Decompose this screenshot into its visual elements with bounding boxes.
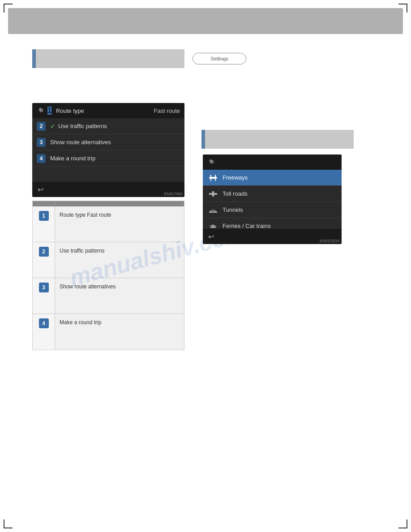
corner-mark-br	[398, 519, 407, 528]
menu-item-3-badge: 3	[37, 138, 46, 147]
row-4-badge: 4	[39, 318, 49, 328]
ferries-label: Ferries / Car trains	[223, 223, 271, 229]
pill-badge: Settings	[193, 53, 246, 64]
tunnels-label: Tunnels	[223, 206, 243, 213]
nav-screen-code: EN8176DI	[164, 192, 183, 196]
section-header-blue-bar-left	[32, 49, 36, 68]
top-banner	[8, 8, 403, 34]
table-row: 1 Route type Fast route	[33, 206, 184, 242]
svg-rect-2	[215, 175, 216, 181]
menu-item-1-badge: 1	[47, 107, 51, 115]
corner-mark-bl	[4, 519, 13, 528]
section-header-right	[201, 130, 354, 149]
road-icon-freeways	[208, 173, 218, 183]
nav-screen-header: 1 Route type Fast route	[32, 103, 184, 118]
back-arrow-icon-2: ↩	[208, 232, 214, 241]
svg-rect-7	[210, 227, 216, 228]
toll-roads-label: Toll roads	[223, 190, 248, 197]
menu-item-2-label: Use traffic patterns	[58, 123, 107, 129]
row-1-badge: 1	[39, 211, 49, 221]
check-icon: ✓	[50, 123, 56, 130]
section-header-blue-bar-right	[201, 130, 205, 149]
road-icon-toll	[208, 189, 218, 199]
table-row-4-num: 4	[33, 314, 55, 350]
svg-rect-4	[212, 191, 214, 197]
table-header-col1	[33, 201, 55, 206]
nav-menu-item-2[interactable]: 2 ✓ Use traffic patterns	[32, 118, 184, 134]
nav-screen-left: 1 Route type Fast route 2 ✓ Use traffic …	[32, 103, 184, 197]
table-row-2-desc: Use traffic patterns	[55, 242, 184, 278]
table-row-4-desc: Make a round trip	[55, 314, 184, 350]
svg-rect-0	[209, 177, 217, 179]
table-row-1-desc: Route type Fast route	[55, 206, 184, 242]
road-menu-item-tunnels[interactable]: Tunnels	[203, 202, 342, 218]
menu-item-1-value: Fast route	[154, 107, 180, 114]
section-header-left	[32, 49, 184, 68]
menu-item-4-label: Make a round trip	[50, 155, 95, 162]
table-row: 4 Make a round trip	[33, 314, 184, 350]
svg-rect-1	[210, 175, 211, 181]
table-row-3-num: 3	[33, 278, 55, 313]
svg-rect-6	[209, 211, 217, 213]
road-menu-item-toll-roads[interactable]: Toll roads	[203, 186, 342, 202]
pill-badge-label: Settings	[210, 56, 228, 61]
menu-item-2-badge: 2	[37, 122, 46, 131]
menu-item-4-badge: 4	[37, 154, 46, 163]
row-3-badge: 3	[39, 283, 49, 292]
row-2-badge: 2	[39, 247, 49, 257]
menu-item-3-label: Show route alternatives	[50, 139, 111, 146]
gear-icon-2	[207, 158, 215, 166]
nav-screen-2-header	[203, 154, 342, 170]
table-row-2-num: 2	[33, 242, 55, 278]
svg-rect-8	[212, 225, 214, 227]
menu-item-1-label: Route type	[56, 107, 84, 114]
table-header-col2	[55, 201, 184, 206]
road-menu-item-freeways[interactable]: Freeways	[203, 170, 342, 186]
gear-icon	[37, 107, 45, 115]
table-row: 3 Show route alternatives	[33, 278, 184, 314]
table-row-1-num: 1	[33, 206, 55, 242]
nav-menu-item-3[interactable]: 3 Show route alternatives	[32, 134, 184, 150]
nav-screen-road-types: Freeways Toll roads Tunnels	[203, 154, 342, 244]
road-icon-tunnel	[208, 205, 218, 215]
table-row-3-desc: Show route alternatives	[55, 278, 184, 313]
options-table: 1 Route type Fast route 2 Use traffic pa…	[32, 201, 184, 350]
back-arrow-icon: ↩	[38, 185, 43, 194]
nav-screen-2-code: EN0215DS	[320, 239, 340, 243]
nav-screen-back-button[interactable]: ↩	[32, 182, 184, 197]
table-row: 2 Use traffic patterns	[33, 242, 184, 278]
nav-menu-item-4[interactable]: 4 Make a round trip	[32, 150, 184, 167]
freeways-label: Freeways	[223, 174, 248, 181]
options-table-header	[33, 201, 184, 206]
